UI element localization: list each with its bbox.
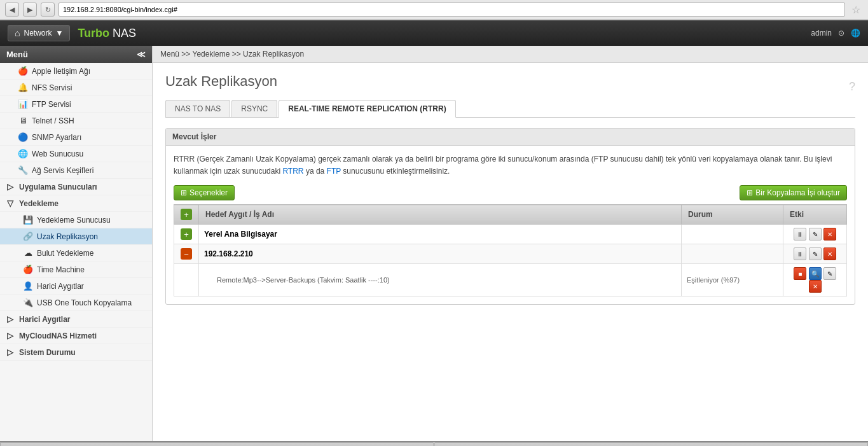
ftp-link[interactable]: FTP xyxy=(327,167,341,176)
telnet-icon: 🖥 xyxy=(18,116,28,125)
sidebar-group-mycloud[interactable]: ▷ MyCloudNAS Hizmeti xyxy=(0,328,152,344)
sidebar-item-uzak-replikasyon[interactable]: 🔗 Uzak Replikasyon xyxy=(0,228,152,245)
secenek-icon: ⊞ xyxy=(181,188,187,197)
secenek-button[interactable]: ⊞ Seçenekler xyxy=(174,185,235,200)
back-button[interactable]: ◀ xyxy=(5,3,19,17)
sidebar-item-label: Uzak Replikasyon xyxy=(37,232,98,241)
pause-button[interactable]: ⏸ xyxy=(794,228,806,240)
sidebar-item-ag[interactable]: 🔧 Ağ Servis Keşifleri xyxy=(0,162,152,179)
mycloud-icon: ▷ xyxy=(5,331,15,340)
sidebar-group-uygulama[interactable]: ▷ Uygulama Sunucuları xyxy=(0,179,152,195)
sidebar-group-yedekleme[interactable]: ▽ Yedekleme xyxy=(0,195,152,212)
job-action-cell: ⏸ ✎ ✕ xyxy=(783,244,847,264)
folder-closed-icon: ▷ xyxy=(5,182,15,192)
sidebar-group-sistem[interactable]: ▷ Sistem Durumu xyxy=(0,344,152,361)
sidebar-item-label: Web Sunucusu xyxy=(32,150,83,158)
forward-button[interactable]: ▶ xyxy=(23,3,37,17)
sidebar-item-bulut[interactable]: ☁ Bulut Yedekleme xyxy=(0,245,152,261)
sidebar-collapse-icon[interactable]: ≪ xyxy=(137,50,146,59)
cloud-icon: ☁ xyxy=(23,248,33,258)
stop-button[interactable]: ■ xyxy=(794,267,806,280)
expand-row-button[interactable]: + xyxy=(181,228,192,240)
content-area: Menü >> Yedekleme >> Uzak Replikasyon Uz… xyxy=(153,46,868,441)
sidebar-item-label: Sistem Durumu xyxy=(19,348,76,357)
edit-button[interactable]: ✎ xyxy=(809,247,822,260)
address-bar[interactable] xyxy=(59,3,845,17)
sidebar-item-ftp[interactable]: 📊 FTP Servisi xyxy=(0,96,152,113)
mevcut-isler-section: Mevcut İşler RTRR (Gerçek Zamanlı Uzak K… xyxy=(165,128,855,305)
new-job-button[interactable]: ⊞ Bir Kopyalama İşi oluştur xyxy=(740,185,847,200)
tab-nas-to-nas[interactable]: NAS TO NAS xyxy=(165,100,230,117)
sidebar-item-harici[interactable]: 👤 Harici Aygıtlar xyxy=(0,278,152,295)
web-icon: 🌐 xyxy=(18,149,28,158)
pause-button[interactable]: ⏸ xyxy=(794,247,806,260)
user-icon: ⊙ xyxy=(838,29,844,38)
table-row: − 192.168.2.210 ⏸ ✎ ✕ xyxy=(174,244,847,264)
collapse-row-button[interactable]: − xyxy=(181,248,192,260)
sidebar-item-label: USB One Touch Kopyalama xyxy=(37,298,132,307)
tab-rsync[interactable]: RSYNC xyxy=(231,100,277,117)
delete-button[interactable]: ✕ xyxy=(823,247,836,260)
sidebar-item-label: MyCloudNAS Hizmeti xyxy=(19,331,97,340)
sidebar-item-label: Yedekleme Sunucusu xyxy=(37,216,111,225)
network-label: Network xyxy=(24,29,52,38)
sidebar-item-web[interactable]: 🌐 Web Sunucusu xyxy=(0,146,152,162)
sidebar-item-label: NFS Servisi xyxy=(32,83,72,92)
sidebar-header: Menü ≪ xyxy=(0,46,152,63)
tab-rtrr[interactable]: REAL-TIME REMOTE REPLICATION (RTRR) xyxy=(279,100,455,118)
left-explorer-titlebar: − □ ✕ xyxy=(1,443,433,446)
network-button[interactable]: ⌂ Network ▼ xyxy=(8,25,70,41)
refresh-button[interactable]: ↻ xyxy=(41,3,55,17)
folder-open-icon: ▽ xyxy=(5,199,15,208)
app-title: Turbo NAS xyxy=(78,27,136,40)
col-status: Durum xyxy=(682,205,783,225)
browser-toolbar: ◀ ▶ ↻ ☆ xyxy=(0,0,868,20)
sidebar-item-yedekleme-sunucu[interactable]: 💾 Yedekleme Sunucusu xyxy=(0,212,152,228)
right-explorer-titlebar: − □ ✕ xyxy=(435,443,867,446)
sidebar-item-telnet[interactable]: 🖥 Telnet / SSH xyxy=(0,113,152,129)
sidebar-item-apple[interactable]: 🍎 Apple İletişim Ağı xyxy=(0,63,152,80)
delete2-button[interactable]: ✕ xyxy=(809,280,822,293)
table-row: Remote:Mp3-->Server-Backups (Takvim: Saa… xyxy=(174,264,847,296)
sidebar-item-label: Ağ Servis Keşifleri xyxy=(32,166,93,175)
dropdown-icon: ▼ xyxy=(55,29,63,38)
sidebar-item-snmp[interactable]: 🔵 SNMP Ayarları xyxy=(0,129,152,146)
job-child-cell: Remote:Mp3-->Server-Backups (Takvim: Saa… xyxy=(199,264,682,296)
add-row-button[interactable]: + xyxy=(181,209,192,220)
delete-button[interactable]: ✕ xyxy=(823,228,836,240)
view-button[interactable]: 🔍 xyxy=(809,267,822,280)
page-content: Uzak Replikasyon ? NAS TO NAS RSYNC REAL… xyxy=(153,63,868,325)
timemachine-icon: 🍎 xyxy=(23,265,33,274)
bookmark-icon: ☆ xyxy=(849,3,863,17)
sidebar-item-timemachine[interactable]: 🍎 Time Machine xyxy=(0,261,152,278)
rtrr-link[interactable]: RTRR xyxy=(282,167,303,176)
sidebar-item-label: Apple İletişim Ağı xyxy=(32,67,90,76)
sidebar-group-harici[interactable]: ▷ Harici Aygıtlar xyxy=(0,311,152,328)
job-child-action-cell: ■ 🔍 ✎ ✕ xyxy=(783,264,847,296)
job-action-cell: ⏸ ✎ ✕ xyxy=(783,225,847,244)
table-toolbar: ⊞ Seçenekler ⊞ Bir Kopyalama İşi oluştur xyxy=(174,185,847,200)
sistem-icon: ▷ xyxy=(5,347,15,357)
edit-button[interactable]: ✎ xyxy=(809,228,822,240)
job-child-status-cell: Eşitleniyor (%97) xyxy=(682,264,783,296)
folder-icon: ▷ xyxy=(5,314,15,324)
browser-chrome: ◀ ▶ ↻ ☆ xyxy=(0,0,868,20)
section-body: RTRR (Gerçek Zamanlı Uzak Kopyalama) ger… xyxy=(166,146,855,304)
description-text: RTRR (Gerçek Zamanlı Uzak Kopyalama) ger… xyxy=(174,153,847,178)
breadcrumb: Menü >> Yedekleme >> Uzak Replikasyon xyxy=(153,46,868,63)
sidebar-item-label: SNMP Ayarları xyxy=(32,133,81,142)
sidebar-item-label: Telnet / SSH xyxy=(32,116,74,125)
globe-icon: 🌐 xyxy=(851,29,860,38)
user-icon: 👤 xyxy=(23,281,33,291)
sidebar-item-usb[interactable]: 🔌 USB One Touch Kopyalama xyxy=(0,295,152,311)
help-icon[interactable]: ? xyxy=(849,80,855,94)
header-right: admin ⊙ 🌐 xyxy=(811,29,860,38)
app-header: ⌂ Network ▼ Turbo NAS admin ⊙ 🌐 xyxy=(0,20,868,46)
left-explorer: − □ ✕ ◀ Yerel Disk (C:) ▶ FTP ▶ ⟳ 🔍 Kita… xyxy=(0,442,434,446)
sidebar-item-nfs[interactable]: 🔔 NFS Servisi xyxy=(0,80,152,96)
edit2-button[interactable]: ✎ xyxy=(823,267,836,280)
job-name-cell: Yerel Ana Bilgisayar xyxy=(199,225,682,244)
col-action: Etki xyxy=(783,205,847,225)
table-row: + Yerel Ana Bilgisayar ⏸ ✎ ✕ xyxy=(174,225,847,244)
ag-icon: 🔧 xyxy=(18,165,28,175)
